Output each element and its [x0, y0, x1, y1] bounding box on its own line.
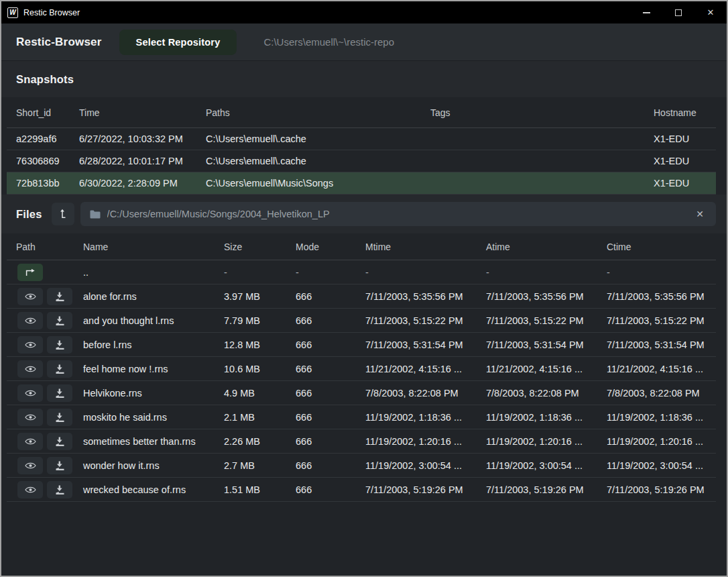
file-atime: 7/8/2003, 8:22:08 PM [477, 388, 597, 399]
download-file-button[interactable] [47, 433, 72, 450]
file-ctime: - [597, 267, 716, 278]
file-ctime: 7/11/2003, 5:35:56 PM [597, 291, 716, 302]
file-ctime: 11/19/2002, 1:20:16 ... [597, 436, 716, 447]
download-icon [55, 340, 65, 350]
download-icon [55, 364, 65, 374]
files-table: PathNameSizeModeMtimeAtimeCtime ..-----a… [7, 233, 716, 502]
file-size: 2.7 MB [215, 460, 286, 471]
file-name: moskito he said.rns [74, 412, 215, 423]
file-actions [7, 312, 74, 329]
file-mode: 666 [286, 364, 356, 374]
maximize-button[interactable] [662, 1, 694, 23]
eye-icon [25, 413, 36, 421]
minimize-button[interactable] [630, 1, 662, 23]
snapshot-row[interactable]: a2299af66/27/2022, 10:03:32 PMC:\Users\e… [7, 128, 716, 150]
file-actions [7, 264, 74, 281]
snapshots-column-paths: Paths [196, 107, 421, 118]
file-atime: 11/19/2002, 1:20:16 ... [477, 436, 597, 447]
file-name: before l.rns [74, 339, 215, 350]
parent-directory-row[interactable]: ..----- [7, 260, 716, 284]
download-icon [55, 413, 65, 422]
file-row: sometimes better than.rns2.26 MB66611/19… [7, 429, 716, 454]
download-file-button[interactable] [47, 481, 72, 499]
eye-icon [25, 341, 36, 349]
file-size: 2.1 MB [215, 412, 286, 423]
snapshots-section-header: Snapshots [1, 61, 727, 97]
file-row: Helvikone.rns4.9 MB6667/8/2003, 8:22:08 … [7, 381, 716, 405]
file-size: 3.97 MB [215, 291, 286, 302]
go-parent-button[interactable] [17, 264, 43, 281]
file-mode: 666 [286, 436, 356, 447]
file-mode: 666 [286, 484, 356, 495]
file-mtime: 11/21/2002, 4:15:16 ... [356, 364, 477, 374]
download-file-button[interactable] [47, 360, 72, 378]
maximize-icon [675, 9, 682, 16]
snapshot-row[interactable]: 72b813bb6/30/2022, 2:28:09 PMC:\Users\em… [7, 172, 716, 195]
preview-file-button[interactable] [17, 360, 43, 378]
file-size: 4.9 MB [215, 388, 286, 399]
files-column-atime: Atime [477, 242, 597, 252]
clear-path-icon[interactable]: ✕ [693, 207, 707, 221]
file-name: sometimes better than.rns [74, 436, 215, 447]
file-ctime: 7/11/2003, 5:15:22 PM [597, 315, 716, 326]
file-mtime: 11/19/2002, 1:20:16 ... [356, 436, 477, 447]
file-size: 2.26 MB [215, 436, 286, 447]
snapshot-row[interactable]: 763068696/28/2022, 10:01:17 PMC:\Users\e… [7, 150, 716, 172]
download-file-button[interactable] [47, 409, 72, 426]
select-repository-button[interactable]: Select Repository [119, 30, 237, 55]
download-icon [55, 292, 65, 301]
snapshot-paths: C:\Users\emuell\.cache [196, 134, 421, 144]
snapshot-time: 6/27/2022, 10:03:32 PM [70, 134, 196, 144]
eye-icon [25, 365, 36, 373]
file-name: alone for.rns [74, 291, 215, 302]
file-path-bar[interactable]: /C:/Users/emuell/Music/Songs/2004_Helvet… [80, 202, 716, 226]
up-level-button[interactable] [52, 203, 74, 225]
snapshot-paths: C:\Users\emuell\.cache [196, 156, 421, 166]
file-actions [7, 409, 74, 426]
current-path: /C:/Users/emuell/Music/Songs/2004_Helvet… [107, 209, 694, 219]
snapshot-time: 6/28/2022, 10:01:17 PM [70, 156, 196, 166]
file-size: - [215, 267, 286, 278]
preview-file-button[interactable] [17, 336, 43, 354]
titlebar: W Restic Browser ✕ [1, 1, 727, 23]
file-size: 10.6 MB [215, 364, 286, 374]
files-column-size: Size [215, 242, 286, 252]
file-row: wrecked because of.rns1.51 MB6667/11/200… [7, 478, 716, 502]
download-file-button[interactable] [47, 336, 72, 354]
file-mtime: 11/19/2002, 3:00:54 ... [356, 460, 477, 471]
file-row: alone for.rns3.97 MB6667/11/2003, 5:35:5… [7, 284, 716, 309]
files-column-path: Path [7, 242, 74, 252]
snapshots-column-short-id: Short_id [7, 107, 70, 118]
file-atime: 7/11/2003, 5:15:22 PM [477, 315, 597, 326]
file-name: feel home now !.rns [74, 364, 215, 374]
file-ctime: 11/19/2002, 1:18:36 ... [597, 412, 716, 423]
file-actions [7, 384, 74, 402]
preview-file-button[interactable] [17, 481, 43, 499]
preview-file-button[interactable] [17, 409, 43, 426]
preview-file-button[interactable] [17, 312, 43, 329]
download-file-button[interactable] [47, 288, 72, 305]
file-mtime: 7/11/2003, 5:31:54 PM [356, 339, 477, 350]
snapshots-heading: Snapshots [16, 73, 74, 86]
snapshots-column-tags: Tags [421, 107, 644, 118]
app-title: Restic-Browser [16, 36, 102, 49]
download-file-button[interactable] [47, 384, 72, 402]
file-actions [7, 360, 74, 378]
preview-file-button[interactable] [17, 288, 43, 305]
app-header: Restic-Browser Select Repository C:\User… [1, 23, 727, 61]
download-icon [55, 316, 65, 325]
file-atime: 7/11/2003, 5:35:56 PM [477, 291, 597, 302]
download-file-button[interactable] [47, 457, 72, 474]
file-mode: 666 [286, 388, 356, 399]
snapshots-column-time: Time [70, 107, 196, 118]
file-atime: 7/11/2003, 5:31:54 PM [477, 339, 597, 350]
preview-file-button[interactable] [17, 384, 43, 402]
download-file-button[interactable] [47, 312, 72, 329]
preview-file-button[interactable] [17, 457, 43, 474]
file-mtime: 7/11/2003, 5:15:22 PM [356, 315, 477, 326]
preview-file-button[interactable] [17, 433, 43, 450]
close-button[interactable]: ✕ [694, 1, 727, 23]
file-name: Helvikone.rns [74, 388, 215, 399]
file-mode: 666 [286, 315, 356, 326]
file-atime: 11/21/2002, 4:15:16 ... [477, 364, 597, 374]
